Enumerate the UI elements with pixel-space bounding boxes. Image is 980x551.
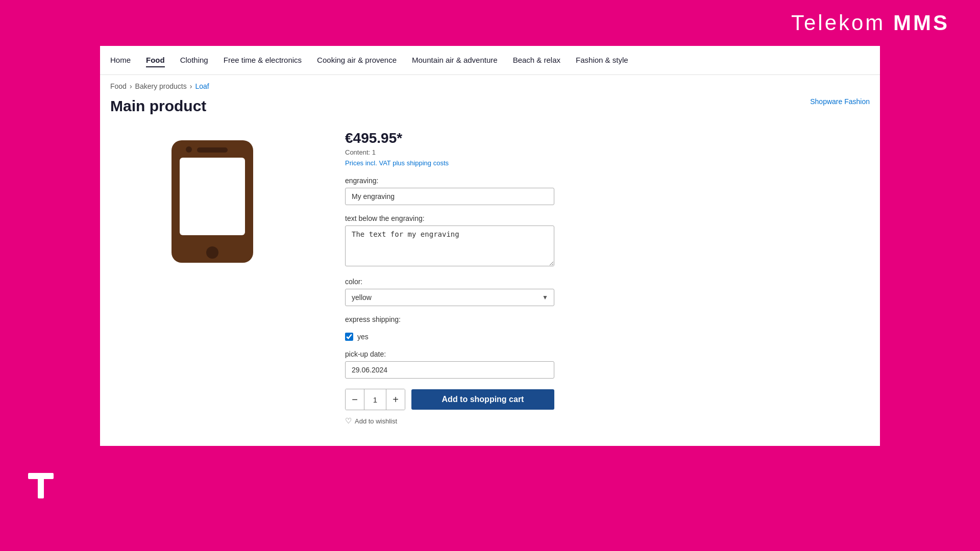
nav-link-free-time[interactable]: Free time & electronics — [224, 56, 302, 66]
color-select[interactable]: yellow red blue green black — [345, 289, 554, 306]
breadcrumb: Food › Bakery products › Loaf — [100, 75, 880, 97]
heart-icon: ♡ — [345, 416, 352, 425]
bottom-area — [0, 446, 980, 528]
pickup-date-input[interactable] — [345, 361, 554, 379]
nav-item-cooking[interactable]: Cooking air & provence — [317, 56, 397, 65]
content-label: Content: 1 — [345, 148, 870, 156]
nav-item-food[interactable]: Food — [146, 56, 165, 65]
product-image — [156, 135, 268, 270]
pickup-date-group: pick-up date: — [345, 350, 870, 379]
breadcrumb-food[interactable]: Food — [110, 82, 127, 90]
cart-row: − + Add to shopping cart — [345, 389, 554, 410]
pickup-date-label: pick-up date: — [345, 350, 870, 358]
product-area: €495.95* Content: 1 Prices incl. VAT plu… — [100, 125, 880, 425]
quantity-increase-button[interactable]: + — [386, 389, 405, 410]
breadcrumb-bakery[interactable]: Bakery products — [135, 82, 187, 90]
product-price: €495.95* — [345, 130, 870, 146]
wishlist-row: ♡ Add to wishlist — [345, 416, 870, 425]
nav-item-home[interactable]: Home — [110, 56, 131, 65]
quantity-decrease-button[interactable]: − — [346, 389, 364, 410]
express-shipping-checkbox[interactable] — [345, 333, 353, 341]
nav-item-mountain[interactable]: Mountain air & adventure — [412, 56, 498, 65]
add-to-wishlist-label: Add to wishlist — [355, 417, 397, 425]
engraving-input[interactable] — [345, 188, 554, 205]
nav-item-fashion[interactable]: Fashion & style — [576, 56, 628, 65]
logo: Telekom MMS — [791, 11, 949, 35]
logo-text-bold: MMS — [893, 11, 949, 35]
breadcrumb-loaf: Loaf — [195, 82, 209, 90]
nav-item-free-time[interactable]: Free time & electronics — [224, 56, 302, 65]
nav-link-fashion[interactable]: Fashion & style — [576, 56, 628, 66]
text-below-input[interactable]: The text for my engraving — [345, 226, 554, 266]
page-header-row: Main product Shopware Fashion — [100, 97, 880, 125]
engraving-group: engraving: — [345, 177, 870, 205]
product-image-area — [110, 125, 314, 425]
svg-point-4 — [186, 146, 192, 153]
main-content: Home Food Clothing Free time & electroni… — [100, 46, 880, 446]
express-shipping-label: express shipping: — [345, 315, 870, 323]
express-shipping-group: express shipping: yes — [345, 315, 870, 341]
svg-point-3 — [206, 246, 218, 259]
svg-rect-2 — [197, 147, 228, 153]
quantity-input[interactable] — [364, 389, 386, 410]
nav-link-mountain[interactable]: Mountain air & adventure — [412, 56, 498, 66]
nav-link-beach[interactable]: Beach & relax — [513, 56, 560, 66]
shipping-link[interactable]: Prices incl. VAT plus shipping costs — [345, 159, 449, 167]
nav-item-clothing[interactable]: Clothing — [180, 56, 208, 65]
nav-link-clothing[interactable]: Clothing — [180, 56, 208, 66]
nav-link-cooking[interactable]: Cooking air & provence — [317, 56, 397, 66]
logo-text-light: Telekom — [791, 11, 893, 35]
add-to-cart-button[interactable]: Add to shopping cart — [411, 389, 554, 410]
text-below-group: text below the engraving: The text for m… — [345, 214, 870, 268]
engraving-label: engraving: — [345, 177, 870, 185]
color-select-wrapper: yellow red blue green black ▼ — [345, 289, 554, 306]
add-to-wishlist-link[interactable]: ♡ Add to wishlist — [345, 416, 397, 425]
product-details: €495.95* Content: 1 Prices incl. VAT plu… — [345, 125, 870, 425]
top-bar: Telekom MMS — [0, 0, 980, 46]
shopware-fashion-link[interactable]: Shopware Fashion — [810, 97, 870, 106]
telekom-logo-bottom — [26, 470, 56, 503]
navigation: Home Food Clothing Free time & electroni… — [100, 46, 880, 75]
svg-rect-1 — [180, 158, 245, 235]
color-group: color: yellow red blue green black ▼ — [345, 278, 870, 306]
breadcrumb-sep-2: › — [190, 82, 192, 90]
breadcrumb-sep-1: › — [130, 82, 132, 90]
express-shipping-yes-label[interactable]: yes — [357, 333, 369, 341]
page-title: Main product — [110, 97, 206, 115]
quantity-control: − + — [345, 389, 405, 410]
checkbox-group: yes — [345, 333, 870, 341]
nav-link-food[interactable]: Food — [146, 56, 165, 67]
nav-item-beach[interactable]: Beach & relax — [513, 56, 560, 65]
text-below-label: text below the engraving: — [345, 214, 870, 222]
nav-link-home[interactable]: Home — [110, 56, 131, 66]
svg-rect-6 — [38, 473, 44, 498]
color-label: color: — [345, 278, 870, 286]
